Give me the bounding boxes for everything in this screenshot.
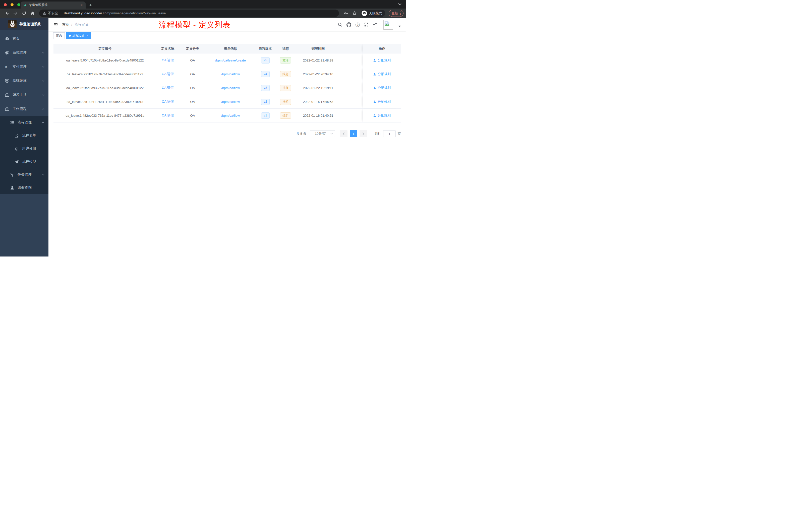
goto-page-input[interactable] xyxy=(383,130,396,137)
current-page-button[interactable]: 1 xyxy=(350,130,357,137)
breadcrumb-separator: / xyxy=(71,23,72,27)
tab-search-icon[interactable] xyxy=(398,3,402,5)
github-icon[interactable] xyxy=(347,22,351,27)
sidebar-item-leave-query[interactable]: 请假查询 xyxy=(0,181,49,194)
sidebar-item-task-management[interactable]: 任务管理 xyxy=(0,168,49,181)
sidebar-item-user-group[interactable]: 用户分组 xyxy=(0,142,49,155)
browser-tab[interactable]: 芋道管理系统 × xyxy=(21,1,86,8)
sidebar-item-system[interactable]: 系统管理 xyxy=(0,46,49,60)
fullscreen-icon[interactable] xyxy=(364,22,369,27)
form-link[interactable]: /bpm/oa/flow xyxy=(221,114,240,117)
forward-icon[interactable] xyxy=(12,10,19,17)
sidebar-item-home[interactable]: 首页 xyxy=(0,32,49,46)
sidebar-item-infrastructure[interactable]: 基础设施 xyxy=(0,74,49,88)
window-zoom-button[interactable] xyxy=(17,3,20,6)
definition-name-link[interactable]: OA 请假 xyxy=(162,86,174,90)
sidebar-item-label: 工作流程 xyxy=(12,107,27,111)
page-size-select[interactable]: 10条/页 xyxy=(310,130,335,137)
definition-name-link[interactable]: OA 请假 xyxy=(162,72,174,76)
user-icon xyxy=(373,100,376,103)
tag-close-icon[interactable]: × xyxy=(86,34,88,37)
sidebar-item-payment[interactable]: ¥ 支付管理 xyxy=(0,60,49,74)
cell-category: OA xyxy=(179,114,206,117)
form-link[interactable]: /bpm/oa/leave/create xyxy=(215,58,245,62)
version-badge: v1 xyxy=(261,113,269,119)
cell-category: OA xyxy=(179,72,206,76)
assign-rule-button[interactable]: 分配规则 xyxy=(373,58,391,62)
toolbox-icon xyxy=(5,93,9,97)
workflow-submenu: 流程管理 流程表单 用户分组 xyxy=(0,116,49,194)
browser-menu-icon[interactable] xyxy=(400,11,401,15)
yen-icon: ¥ xyxy=(5,65,9,69)
sidebar-item-label: 系统管理 xyxy=(12,51,27,55)
help-icon[interactable]: ? xyxy=(355,23,360,27)
home-icon[interactable] xyxy=(29,10,36,17)
bookmark-star-icon[interactable] xyxy=(351,10,358,17)
tag-process-definition[interactable]: 流程定义 × xyxy=(66,32,91,39)
new-tab-button[interactable]: + xyxy=(89,3,92,7)
sidebar-item-dev-tools[interactable]: 研发工具 xyxy=(0,88,49,102)
reload-icon[interactable] xyxy=(21,10,28,17)
table-header-row: 定义编号 定义名称 定义分类 表单信息 流程版本 状态 部署时间 操作 xyxy=(54,44,401,54)
avatar[interactable] xyxy=(383,20,393,30)
status-badge: 挂起 xyxy=(280,99,291,105)
user-menu-caret-icon[interactable] xyxy=(399,26,401,27)
definition-name-link[interactable]: OA 请假 xyxy=(162,58,174,62)
sidebar-item-process-management[interactable]: 流程管理 xyxy=(0,116,49,129)
user-icon xyxy=(10,186,14,190)
form-link[interactable]: /bpm/oa/flow xyxy=(221,72,240,76)
browser-update-button[interactable]: 更新 xyxy=(389,10,404,17)
next-page-button[interactable] xyxy=(359,130,367,137)
breadcrumb-home[interactable]: 首页 xyxy=(62,22,69,27)
assign-rule-button[interactable]: 分配规则 xyxy=(373,99,391,104)
cell-deploy-time: 2022-01-22 20:34:10 xyxy=(295,72,341,76)
column-header: 流程版本 xyxy=(255,47,276,51)
column-header: 定义名称 xyxy=(156,47,179,51)
version-badge: v4 xyxy=(261,71,269,77)
table-row: oa_leave:3:1fad3d93-7b75-11ec-a3c8-acde4… xyxy=(54,81,401,95)
sidebar-item-process-form[interactable]: 流程表单 xyxy=(0,129,49,142)
sidebar-item-label: 请假查询 xyxy=(18,185,32,190)
tag-home[interactable]: 首页 xyxy=(53,32,65,39)
form-link[interactable]: /bpm/oa/flow xyxy=(221,86,240,90)
sidebar-item-label: 支付管理 xyxy=(12,64,27,69)
assign-rule-button[interactable]: 分配规则 xyxy=(373,113,391,118)
tab-close-icon[interactable]: × xyxy=(80,3,83,7)
window-controls[interactable] xyxy=(4,3,20,6)
site-favicon-icon xyxy=(23,3,27,7)
prev-page-button[interactable] xyxy=(340,130,348,137)
url-divider xyxy=(61,11,61,15)
definition-name-link[interactable]: OA 请假 xyxy=(162,113,174,118)
user-icon xyxy=(373,59,376,62)
breadcrumb: 首页 / 流程定义 xyxy=(62,22,89,27)
security-label[interactable]: 不安全 xyxy=(48,11,58,16)
sidebar-item-label: 用户分组 xyxy=(22,146,36,151)
table-row: oa_leave:5:004b710b-7b8a-11ec-8ef0-acde4… xyxy=(54,54,401,67)
assign-rule-button[interactable]: 分配规则 xyxy=(373,86,391,90)
window-close-button[interactable] xyxy=(4,3,7,6)
form-link[interactable]: /bpm/oa/flow xyxy=(221,100,240,104)
password-key-icon[interactable] xyxy=(343,10,349,17)
user-icon xyxy=(373,114,376,117)
sidebar-toggle-icon[interactable] xyxy=(54,23,58,27)
briefcase-icon xyxy=(5,107,9,111)
paper-plane-icon xyxy=(14,160,19,164)
definition-name-link[interactable]: OA 请假 xyxy=(162,99,174,104)
status-badge: 激活 xyxy=(280,57,291,63)
sidebar-item-workflow[interactable]: 工作流程 xyxy=(0,102,49,116)
active-tag-dot xyxy=(69,35,71,37)
table-row: oa_leave:1:482ec033-762a-11ec-8477-a2380… xyxy=(54,109,401,122)
assign-rule-button[interactable]: 分配规则 xyxy=(373,72,391,76)
window-minimize-button[interactable] xyxy=(10,3,13,6)
cell-definition-id: oa_leave:4:991f2193-7b7f-11ec-a3c8-acde4… xyxy=(54,72,156,76)
not-secure-warning-icon xyxy=(43,11,46,15)
chevron-up-icon xyxy=(42,122,45,123)
font-size-icon[interactable] xyxy=(373,22,378,27)
url-bar[interactable]: 不安全 dashboard.yudao.iocoder.cn/bpm/manag… xyxy=(39,9,339,17)
back-icon[interactable] xyxy=(3,10,10,17)
chevron-up-icon xyxy=(42,108,45,110)
search-icon[interactable] xyxy=(338,22,342,27)
sidebar-item-process-model[interactable]: 流程模型 xyxy=(0,155,49,168)
chevron-down-icon xyxy=(42,80,45,82)
status-badge: 挂起 xyxy=(280,113,291,119)
